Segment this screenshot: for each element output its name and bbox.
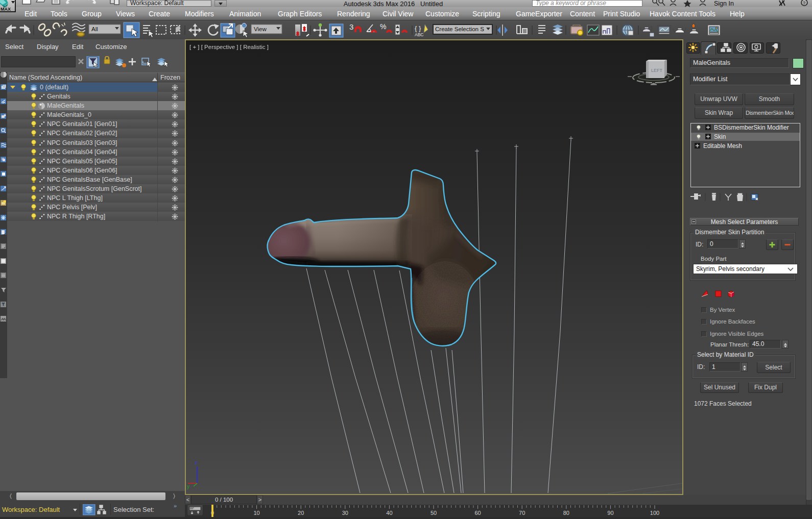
svg-text:{ }: { }	[415, 24, 421, 32]
svg-text:20: 20	[298, 510, 304, 516]
svg-text:%: %	[380, 22, 386, 31]
svg-text:y: y	[187, 484, 189, 489]
svg-text:All: All	[91, 26, 98, 32]
svg-text:30: 30	[342, 510, 348, 516]
svg-text:3: 3	[349, 22, 353, 31]
svg-text:100: 100	[650, 510, 659, 516]
svg-text:90: 90	[607, 510, 613, 516]
svg-text:40: 40	[386, 510, 392, 516]
svg-text:?: ?	[803, 1, 805, 6]
svg-text:z: z	[195, 460, 197, 465]
svg-text:80: 80	[563, 510, 569, 516]
svg-text:View: View	[254, 26, 267, 32]
svg-text:Sign In: Sign In	[714, 0, 734, 7]
svg-text:Create Selection S: Create Selection S	[435, 26, 484, 32]
svg-text:MAX: MAX	[1, 7, 11, 11]
svg-text:LEFT: LEFT	[651, 68, 663, 73]
svg-text:10: 10	[253, 510, 259, 516]
svg-text:70: 70	[519, 510, 525, 516]
svg-text:ABC: ABC	[415, 32, 423, 37]
svg-text:[ + ] [ Perspective ] [ Realis: [ + ] [ Perspective ] [ Realistic ]	[189, 44, 269, 50]
svg-text:60: 60	[474, 510, 481, 516]
svg-text:50: 50	[431, 510, 437, 516]
